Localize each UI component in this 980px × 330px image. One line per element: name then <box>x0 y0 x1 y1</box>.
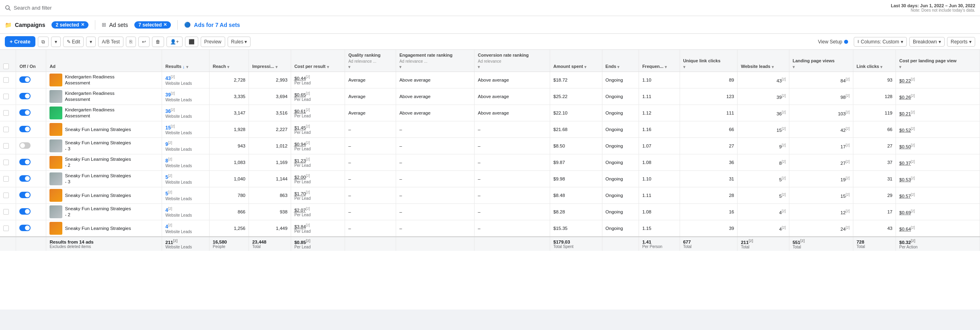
row-checkbox[interactable] <box>3 160 9 165</box>
col-header-quality[interactable]: Quality ranking Ad relevance ... ▾ <box>345 50 396 72</box>
undo-button[interactable]: ↩ <box>138 37 150 47</box>
duplicate-button[interactable]: ⧉ <box>38 37 49 47</box>
row-toggle[interactable] <box>19 208 31 215</box>
search-area[interactable]: Search and filter <box>5 5 52 11</box>
col-header-freq[interactable]: Frequen... ▾ <box>639 50 680 72</box>
row-toggle[interactable] <box>19 109 31 116</box>
edit-button[interactable]: ✎ Edit <box>63 37 84 47</box>
delete-button[interactable]: 🗑 <box>152 37 164 47</box>
ads-label[interactable]: Ads for 7 Ad sets <box>194 22 240 28</box>
row-checkbox[interactable] <box>3 94 9 99</box>
row-checkbox-cell[interactable] <box>0 220 16 237</box>
row-toggle-cell[interactable] <box>16 121 46 138</box>
col-header-conversion[interactable]: Conversion rate ranking Ad relevance ▾ <box>475 50 550 72</box>
row-checkbox[interactable] <box>3 143 9 149</box>
ads-section[interactable]: 🔵 Ads for 7 Ad sets <box>184 22 240 28</box>
campaigns-label[interactable]: Campaigns <box>15 22 45 28</box>
freq-filter-icon[interactable]: ▾ <box>665 65 667 69</box>
row-checkbox-cell[interactable] <box>0 72 16 88</box>
unique-filter-icon[interactable]: ▾ <box>683 65 685 69</box>
col-header-cpl[interactable]: Cost per landing page view ▾ <box>896 50 980 72</box>
adsets-section[interactable]: ⊞ Ad sets <box>102 22 128 28</box>
link-filter-icon[interactable]: ▾ <box>880 65 882 69</box>
col-header-checkbox[interactable] <box>0 50 16 72</box>
reports-button[interactable]: Reports ▾ <box>947 37 975 47</box>
row-toggle-cell[interactable] <box>16 187 46 204</box>
col-header-impressions[interactable]: Impressi... ▾ <box>249 50 291 72</box>
row-toggle[interactable] <box>19 142 31 149</box>
amount-filter-icon[interactable]: ▾ <box>584 65 586 69</box>
landing-filter-icon[interactable]: ▾ <box>793 65 795 69</box>
row-checkbox-cell[interactable] <box>0 88 16 105</box>
row-checkbox-cell[interactable] <box>0 204 16 220</box>
col-header-link[interactable]: Link clicks ▾ <box>853 50 896 72</box>
row-checkbox[interactable] <box>3 127 9 132</box>
preview-button[interactable]: Preview <box>201 37 225 47</box>
columns-button[interactable]: ⫴ Columns: Custom ▾ <box>854 37 907 47</box>
row-toggle-cell[interactable] <box>16 154 46 171</box>
row-toggle[interactable] <box>19 93 31 99</box>
row-checkbox[interactable] <box>3 193 9 198</box>
quality-filter-icon[interactable]: ▾ <box>348 65 350 69</box>
reach-filter-icon[interactable]: ▾ <box>227 65 229 69</box>
row-checkbox-cell[interactable] <box>0 187 16 204</box>
row-toggle-cell[interactable] <box>16 204 46 220</box>
breakdown-button[interactable]: Breakdown ▾ <box>909 37 945 47</box>
cpl-filter-icon[interactable]: ▾ <box>899 65 901 69</box>
col-header-amount[interactable]: Amount spent ▾ <box>550 50 602 72</box>
row-toggle[interactable] <box>19 76 31 83</box>
row-checkbox[interactable] <box>3 110 9 116</box>
row-toggle-cell[interactable] <box>16 88 46 105</box>
cpr-filter-icon[interactable]: ▾ <box>327 65 329 69</box>
conversion-filter-icon[interactable]: ▾ <box>478 65 480 69</box>
view-setup-button[interactable]: View Setup <box>818 39 848 45</box>
engagement-filter-icon[interactable]: ▾ <box>399 65 401 69</box>
row-checkbox[interactable] <box>3 209 9 215</box>
row-toggle[interactable] <box>19 225 31 231</box>
adsets-selected-badge[interactable]: 7 selected ✕ <box>134 21 171 29</box>
col-header-reach[interactable]: Reach ▾ <box>210 50 249 72</box>
col-header-unique[interactable]: Unique link clicks ▾ <box>680 50 738 72</box>
edit-dropdown-button[interactable]: ▾ <box>86 37 96 47</box>
copy-button[interactable]: ⎘ <box>126 37 136 47</box>
col-header-cpr[interactable]: Cost per result ▾ <box>291 50 345 72</box>
col-header-website[interactable]: Website leads ▾ <box>738 50 789 72</box>
row-toggle-cell[interactable] <box>16 72 46 88</box>
campaigns-selected-badge[interactable]: 2 selected ✕ <box>51 21 88 29</box>
row-toggle-cell[interactable] <box>16 138 46 154</box>
col-header-landing[interactable]: Landing page views ▾ <box>789 50 853 72</box>
share-button[interactable]: 👤+ <box>166 37 183 47</box>
row-checkbox-cell[interactable] <box>0 121 16 138</box>
row-toggle-cell[interactable] <box>16 171 46 187</box>
ab-test-button[interactable]: A/B Test <box>98 37 123 47</box>
row-toggle[interactable] <box>19 126 31 132</box>
website-filter-icon[interactable]: ▾ <box>772 65 774 69</box>
row-checkbox[interactable] <box>3 176 9 182</box>
col-header-results[interactable]: Results ↓ ▾ <box>162 50 210 72</box>
create-button[interactable]: + Create <box>5 36 35 47</box>
duplicate-dropdown-button[interactable]: ▾ <box>51 37 61 47</box>
campaigns-deselect-button[interactable]: ✕ <box>81 22 84 27</box>
select-all-checkbox[interactable] <box>3 64 9 69</box>
more-button[interactable]: ⬛ <box>185 37 198 47</box>
row-toggle[interactable] <box>19 159 31 165</box>
col-header-ends[interactable]: Ends ▾ <box>602 50 639 72</box>
row-toggle-cell[interactable] <box>16 105 46 121</box>
impressions-filter-icon[interactable]: ▾ <box>275 65 277 69</box>
col-header-ad[interactable]: Ad <box>46 50 162 72</box>
col-header-engagement[interactable]: Engagement rate ranking Ad relevance ...… <box>396 50 475 72</box>
row-checkbox-cell[interactable] <box>0 154 16 171</box>
adsets-label[interactable]: Ad sets <box>109 22 128 28</box>
ends-filter-icon[interactable]: ▾ <box>617 65 619 69</box>
row-checkbox[interactable] <box>3 225 9 231</box>
row-checkbox-cell[interactable] <box>0 138 16 154</box>
row-checkbox-cell[interactable] <box>0 171 16 187</box>
row-toggle-cell[interactable] <box>16 220 46 237</box>
row-toggle[interactable] <box>19 192 31 198</box>
row-checkbox[interactable] <box>3 77 9 83</box>
rules-button[interactable]: Rules ▾ <box>228 37 251 47</box>
row-toggle[interactable] <box>19 175 31 182</box>
adsets-deselect-button[interactable]: ✕ <box>163 22 167 27</box>
row-checkbox-cell[interactable] <box>0 105 16 121</box>
results-filter-icon[interactable]: ▾ <box>186 65 188 69</box>
